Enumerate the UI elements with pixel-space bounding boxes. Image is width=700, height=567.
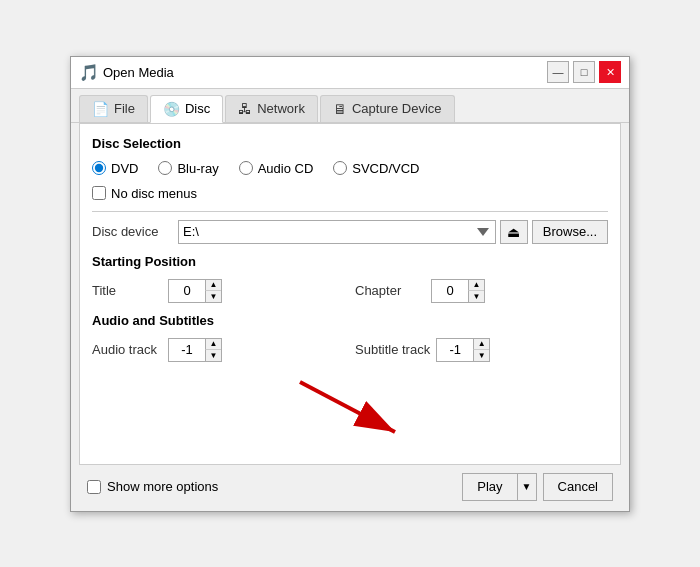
file-tab-icon: 📄 <box>92 101 109 117</box>
browse-button[interactable]: Browse... <box>532 220 608 244</box>
window-title: Open Media <box>103 65 547 80</box>
disc-device-select-wrapper: E:\ ⏏ Browse... <box>178 220 608 244</box>
main-window: 🎵 Open Media — □ ✕ 📄 File 💿 Disc 🖧 Netwo… <box>70 56 630 512</box>
title-spinner-buttons: ▲ ▼ <box>205 280 221 302</box>
audiocd-radio[interactable] <box>239 161 253 175</box>
subtitle-track-group: Subtitle track ▲ ▼ <box>355 338 608 362</box>
title-group: Title ▲ ▼ <box>92 279 345 303</box>
tab-disc-label: Disc <box>185 101 210 116</box>
tab-capture[interactable]: 🖥 Capture Device <box>320 95 455 122</box>
no-disc-menus-label: No disc menus <box>111 186 197 201</box>
window-controls: — □ ✕ <box>547 61 621 83</box>
bluray-radio[interactable] <box>158 161 172 175</box>
audio-subtitles-title: Audio and Subtitles <box>92 313 608 328</box>
no-disc-menus-option[interactable]: No disc menus <box>92 186 608 201</box>
dvd-radio[interactable] <box>92 161 106 175</box>
show-more-options-checkbox[interactable] <box>87 480 101 494</box>
chapter-down-button[interactable]: ▼ <box>468 291 484 302</box>
subtitle-track-label: Subtitle track <box>355 342 430 357</box>
subtitle-track-down-button[interactable]: ▼ <box>473 350 489 361</box>
divider-1 <box>92 211 608 212</box>
action-buttons: Play ▼ Cancel <box>462 473 613 501</box>
bluray-option[interactable]: Blu-ray <box>158 161 218 176</box>
starting-position-row: Title ▲ ▼ Chapter ▲ ▼ <box>92 279 608 303</box>
title-bar: 🎵 Open Media — □ ✕ <box>71 57 629 89</box>
network-tab-icon: 🖧 <box>238 101 252 117</box>
audio-track-spinner-buttons: ▲ ▼ <box>205 339 221 361</box>
tab-disc[interactable]: 💿 Disc <box>150 95 223 123</box>
disc-device-label: Disc device <box>92 224 172 239</box>
title-down-button[interactable]: ▼ <box>205 291 221 302</box>
tab-network[interactable]: 🖧 Network <box>225 95 318 122</box>
svg-line-1 <box>300 382 395 432</box>
chapter-label: Chapter <box>355 283 425 298</box>
disc-type-radio-group: DVD Blu-ray Audio CD SVCD/VCD <box>92 161 608 176</box>
audio-track-input[interactable] <box>169 339 205 361</box>
cancel-button[interactable]: Cancel <box>543 473 613 501</box>
maximize-button[interactable]: □ <box>573 61 595 83</box>
minimize-button[interactable]: — <box>547 61 569 83</box>
close-button[interactable]: ✕ <box>599 61 621 83</box>
tab-file[interactable]: 📄 File <box>79 95 148 122</box>
title-label: Title <box>92 283 162 298</box>
chapter-input[interactable] <box>432 280 468 302</box>
svcd-label: SVCD/VCD <box>352 161 419 176</box>
audio-track-spinner: ▲ ▼ <box>168 338 222 362</box>
title-spinner: ▲ ▼ <box>168 279 222 303</box>
show-more-options-text: Show more options <box>107 479 218 494</box>
title-up-button[interactable]: ▲ <box>205 280 221 291</box>
subtitle-track-up-button[interactable]: ▲ <box>473 339 489 350</box>
arrow-area <box>92 372 608 452</box>
chapter-up-button[interactable]: ▲ <box>468 280 484 291</box>
bluray-label: Blu-ray <box>177 161 218 176</box>
chapter-spinner-buttons: ▲ ▼ <box>468 280 484 302</box>
disc-device-select[interactable]: E:\ <box>178 220 496 244</box>
svcd-radio[interactable] <box>333 161 347 175</box>
bottom-bar: Show more options Play ▼ Cancel <box>71 465 629 511</box>
svcd-option[interactable]: SVCD/VCD <box>333 161 419 176</box>
play-dropdown-button[interactable]: ▼ <box>517 473 537 501</box>
red-arrow-icon <box>280 372 420 442</box>
audio-subtitles-row: Audio track ▲ ▼ Subtitle track ▲ ▼ <box>92 338 608 362</box>
chevron-down-icon: ▼ <box>522 481 532 492</box>
eject-icon: ⏏ <box>507 224 520 240</box>
subtitle-track-spinner-buttons: ▲ ▼ <box>473 339 489 361</box>
subtitle-track-spinner: ▲ ▼ <box>436 338 490 362</box>
subtitle-track-input[interactable] <box>437 339 473 361</box>
audio-track-up-button[interactable]: ▲ <box>205 339 221 350</box>
show-more-options-label[interactable]: Show more options <box>87 479 218 494</box>
tab-bar: 📄 File 💿 Disc 🖧 Network 🖥 Capture Device <box>71 89 629 123</box>
starting-position-title: Starting Position <box>92 254 608 269</box>
title-input[interactable] <box>169 280 205 302</box>
audiocd-option[interactable]: Audio CD <box>239 161 314 176</box>
tab-capture-label: Capture Device <box>352 101 442 116</box>
eject-button[interactable]: ⏏ <box>500 220 528 244</box>
capture-tab-icon: 🖥 <box>333 101 347 117</box>
dvd-option[interactable]: DVD <box>92 161 138 176</box>
main-content: Disc Selection DVD Blu-ray Audio CD SVCD… <box>79 123 621 465</box>
disc-selection-title: Disc Selection <box>92 136 608 151</box>
chapter-group: Chapter ▲ ▼ <box>355 279 608 303</box>
disc-device-row: Disc device E:\ ⏏ Browse... <box>92 220 608 244</box>
tab-file-label: File <box>114 101 135 116</box>
chapter-spinner: ▲ ▼ <box>431 279 485 303</box>
disc-tab-icon: 💿 <box>163 101 180 117</box>
tab-network-label: Network <box>257 101 305 116</box>
audiocd-label: Audio CD <box>258 161 314 176</box>
audio-track-group: Audio track ▲ ▼ <box>92 338 345 362</box>
audio-track-label: Audio track <box>92 342 162 357</box>
play-button[interactable]: Play <box>462 473 516 501</box>
no-disc-menus-checkbox[interactable] <box>92 186 106 200</box>
app-icon: 🎵 <box>79 63 97 81</box>
audio-track-down-button[interactable]: ▼ <box>205 350 221 361</box>
dvd-label: DVD <box>111 161 138 176</box>
